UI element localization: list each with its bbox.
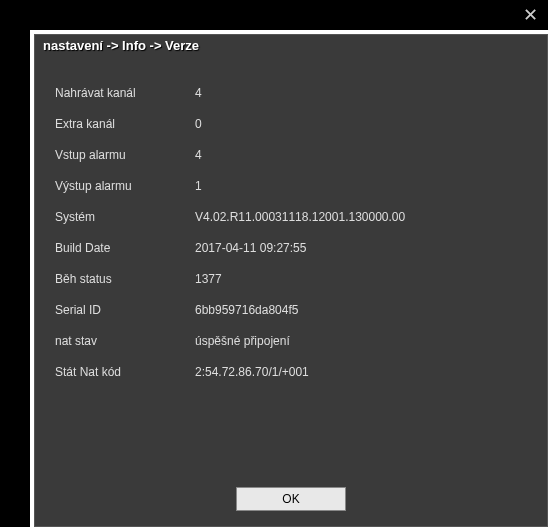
label-build-date: Build Date	[55, 241, 195, 255]
close-icon[interactable]: ✕	[523, 4, 538, 26]
info-row: Systém V4.02.R11.00031118.12001.130000.0…	[55, 210, 527, 224]
label-extra-channel: Extra kanál	[55, 117, 195, 131]
label-serial-id: Serial ID	[55, 303, 195, 317]
info-row: nat stav úspěšné připojení	[55, 334, 527, 348]
label-alarm-out: Výstup alarmu	[55, 179, 195, 193]
info-row: Vstup alarmu 4	[55, 148, 527, 162]
value-nat-code: 2:54.72.86.70/1/+001	[195, 365, 309, 379]
label-record-channel: Nahrávat kanál	[55, 86, 195, 100]
label-nat-status: nat stav	[55, 334, 195, 348]
info-row: Výstup alarmu 1	[55, 179, 527, 193]
value-extra-channel: 0	[195, 117, 202, 131]
content-area: Nahrávat kanál 4 Extra kanál 0 Vstup ala…	[35, 56, 547, 406]
window: ✕ nastavení -> Info -> Verze Nahrávat ka…	[0, 0, 548, 527]
info-row: Serial ID 6bb959716da804f5	[55, 303, 527, 317]
value-run-status: 1377	[195, 272, 222, 286]
value-alarm-out: 1	[195, 179, 202, 193]
value-nat-status: úspěšné připojení	[195, 334, 290, 348]
breadcrumb: nastavení -> Info -> Verze	[35, 35, 547, 56]
label-alarm-in: Vstup alarmu	[55, 148, 195, 162]
value-system: V4.02.R11.00031118.12001.130000.00	[195, 210, 405, 224]
info-row: Běh status 1377	[55, 272, 527, 286]
info-row: Build Date 2017-04-11 09:27:55	[55, 241, 527, 255]
value-alarm-in: 4	[195, 148, 202, 162]
value-record-channel: 4	[195, 86, 202, 100]
main-panel: nastavení -> Info -> Verze Nahrávat kaná…	[34, 34, 548, 527]
label-nat-code: Stát Nat kód	[55, 365, 195, 379]
info-row: Nahrávat kanál 4	[55, 86, 527, 100]
label-run-status: Běh status	[55, 272, 195, 286]
ok-button[interactable]: OK	[236, 487, 346, 511]
value-build-date: 2017-04-11 09:27:55	[195, 241, 306, 255]
value-serial-id: 6bb959716da804f5	[195, 303, 298, 317]
info-row: Extra kanál 0	[55, 117, 527, 131]
panel-border: nastavení -> Info -> Verze Nahrávat kaná…	[30, 30, 548, 527]
info-row: Stát Nat kód 2:54.72.86.70/1/+001	[55, 365, 527, 379]
label-system: Systém	[55, 210, 195, 224]
